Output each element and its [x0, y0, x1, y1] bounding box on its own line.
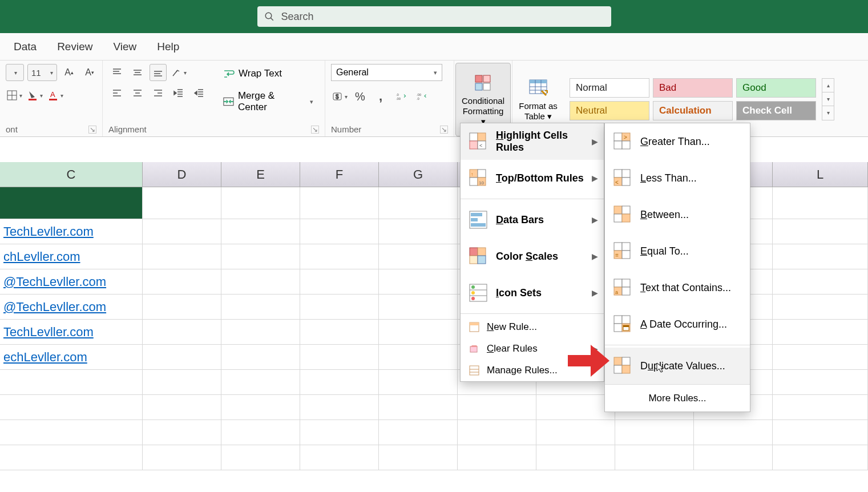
increase-indent-button[interactable]	[191, 84, 208, 102]
accounting-format-button[interactable]: $	[331, 88, 348, 105]
font-color-button[interactable]: A	[47, 87, 64, 104]
align-left-button[interactable]	[108, 84, 126, 102]
submenu-date-occurring[interactable]: A Date Occurring...	[605, 306, 750, 342]
svg-rect-66	[471, 213, 482, 216]
menu-color-scales[interactable]: Color Scales ▶	[461, 238, 604, 275]
tab-review[interactable]: Review	[47, 41, 103, 53]
submenu-duplicate-values[interactable]: Duplicate Values...	[605, 348, 750, 384]
align-top-button[interactable]	[108, 64, 126, 81]
svg-text:.00: .00	[417, 93, 422, 96]
cell-b6[interactable]: TechLevller.com	[0, 320, 143, 344]
fill-color-button[interactable]	[26, 87, 43, 104]
text-contains-icon: a	[613, 278, 632, 297]
style-normal[interactable]: Normal	[570, 78, 649, 98]
annotation-arrow-icon	[565, 338, 611, 384]
data-bars-icon	[469, 210, 488, 229]
top-bottom-icon: ↑10	[469, 168, 488, 188]
svg-rect-55	[478, 133, 486, 141]
col-header-f[interactable]: F	[300, 162, 379, 187]
svg-rect-88	[622, 141, 630, 149]
col-header-d[interactable]: D	[143, 162, 221, 187]
alignment-group-launcher[interactable]: ↘	[311, 126, 319, 134]
submenu-less-label: ess Than...	[646, 172, 697, 184]
style-bad[interactable]: Bad	[653, 78, 733, 98]
percent-style-button[interactable]: %	[352, 88, 369, 105]
cell-b4[interactable]: @TechLevller.com	[0, 269, 143, 294]
decrease-indent-button[interactable]	[170, 84, 187, 102]
submenu-more-rules[interactable]: More Rules...	[605, 384, 750, 412]
svg-point-0	[265, 13, 272, 19]
menu-highlight-cells-rules[interactable]: < Highlight Cells Rules ▶	[461, 123, 604, 160]
cursor-icon	[655, 362, 667, 373]
svg-rect-115	[614, 357, 622, 365]
submenu-less-than[interactable]: < Less Than...	[605, 160, 750, 196]
number-group-launcher[interactable]: ↘	[440, 126, 448, 134]
cell-b3[interactable]: chLevller.com	[0, 244, 143, 269]
search-box[interactable]: Search	[257, 6, 611, 27]
decrease-font-size-button[interactable]: A▾	[81, 64, 98, 81]
submenu-greater-than[interactable]: > Greater Than...	[605, 123, 750, 160]
col-header-e[interactable]: E	[221, 162, 300, 187]
submenu-text-contains[interactable]: a Text that Contains...	[605, 269, 750, 306]
style-good[interactable]: Good	[736, 78, 816, 98]
font-size-dropdown[interactable]: 11	[27, 64, 57, 81]
menu-new-rule[interactable]: New Rule...	[461, 316, 604, 338]
svg-rect-82	[470, 366, 479, 375]
format-as-table-icon	[528, 78, 548, 99]
title-bar: Search	[0, 0, 868, 33]
submenu-between[interactable]: Between...	[605, 196, 750, 233]
cell-b2[interactable]: TechLevller.com	[0, 219, 143, 244]
col-header-l[interactable]: L	[773, 162, 868, 187]
wrap-text-button[interactable]: Wrap Text	[217, 64, 319, 83]
submenu-equal-to[interactable]: = Equal To...	[605, 233, 750, 269]
svg-rect-109	[614, 316, 622, 324]
wrap-text-icon	[223, 67, 235, 80]
svg-text:↑: ↑	[471, 172, 473, 177]
greater-than-icon: >	[613, 132, 632, 151]
increase-decimal-button[interactable]: .0.00	[393, 88, 410, 105]
merge-center-button[interactable]: Merge & Center ▾	[217, 87, 319, 116]
svg-line-1	[271, 18, 273, 21]
orientation-button[interactable]	[170, 64, 187, 81]
ribbon-group-number: General▾ $ % , .0.00 .00.0 Number↘	[325, 61, 454, 136]
font-size-value: 11	[31, 68, 41, 78]
tab-help[interactable]: Help	[147, 41, 189, 53]
style-calculation[interactable]: Calculation	[653, 101, 733, 120]
submenu-greater-label: reater Than...	[648, 136, 710, 147]
tab-view[interactable]: View	[103, 41, 147, 53]
styles-more-button[interactable]: ▴▾▾	[822, 78, 834, 120]
menu-icon-sets[interactable]: Icon Sets ▶	[461, 275, 604, 311]
cell-b7[interactable]: echLevller.com	[0, 345, 143, 369]
align-right-button[interactable]	[150, 84, 167, 102]
borders-button[interactable]	[6, 87, 23, 104]
clear-rules-icon	[469, 343, 480, 354]
align-middle-button[interactable]	[129, 64, 146, 81]
submenu-between-label: etween...	[647, 209, 689, 220]
decrease-decimal-button[interactable]: .00.0	[413, 88, 430, 105]
col-header-g[interactable]: G	[379, 162, 458, 187]
svg-text:10: 10	[479, 180, 484, 185]
font-name-dropdown[interactable]	[6, 64, 24, 81]
format-table-label1: Format as	[519, 101, 558, 111]
align-bottom-button[interactable]	[150, 64, 167, 81]
number-format-dropdown[interactable]: General▾	[331, 64, 442, 81]
align-center-button[interactable]	[129, 84, 146, 102]
comma-style-button[interactable]: ,	[372, 88, 389, 105]
cell-header-selected[interactable]	[0, 187, 143, 219]
svg-rect-87	[614, 141, 622, 149]
svg-rect-96	[622, 206, 630, 214]
font-group-launcher[interactable]: ↘	[88, 126, 96, 134]
cell-b5[interactable]: @TechLevller.com	[0, 295, 143, 319]
highlight-cells-icon: <	[469, 132, 488, 151]
style-check-cell[interactable]: Check Cell	[736, 101, 816, 120]
increase-font-size-button[interactable]: A▴	[60, 64, 78, 81]
style-neutral[interactable]: Neutral	[570, 101, 649, 120]
search-placeholder: Search	[281, 11, 314, 23]
merge-center-icon	[223, 95, 235, 108]
conditional-formatting-icon	[473, 73, 494, 94]
tab-data[interactable]: Data	[3, 41, 47, 53]
menu-data-bars[interactable]: Data Bars ▶	[461, 201, 604, 238]
menu-top-bottom-rules[interactable]: ↑10 Top/Bottom Rules ▶	[461, 160, 604, 196]
col-header-c[interactable]: C	[0, 162, 143, 187]
alignment-group-label: Alignment	[108, 124, 147, 134]
